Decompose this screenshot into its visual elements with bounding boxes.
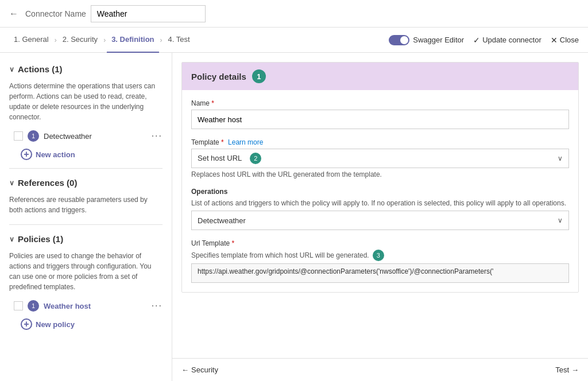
separator-1: › — [55, 36, 57, 44]
tabs-bar: 1. General › 2. Security › 3. Definition… — [0, 28, 588, 53]
url-template-hint: Specifies template from which host URL w… — [191, 250, 569, 261]
content-area: Policy details 1 Name * — [172, 53, 588, 358]
url-template-label: Url Template * — [191, 239, 569, 247]
operations-field-group: Operations List of actions and triggers … — [191, 188, 569, 230]
operations-select[interactable]: Detectweather ∨ — [191, 211, 569, 230]
main-layout: ∨ Actions (1) Actions determine the oper… — [0, 53, 588, 381]
separator-2: › — [103, 36, 106, 44]
name-field-group: Name * — [191, 99, 569, 129]
content-footer: ← Security Test → — [172, 358, 588, 381]
swagger-editor-label: Swagger Editor — [413, 36, 464, 44]
new-action-button[interactable]: + New action — [0, 145, 84, 164]
url-template-input[interactable]: https://api.weather.gov/gridpoints/@conn… — [191, 263, 569, 283]
close-icon: ✕ — [551, 36, 558, 45]
sidebar: ∨ Actions (1) Actions determine the oper… — [0, 53, 172, 381]
policy-checkbox[interactable] — [14, 301, 23, 310]
template-value: Set host URL 2 — [198, 153, 261, 164]
template-step-badge: 2 — [250, 153, 261, 164]
operations-hint: List of actions and triggers to which th… — [191, 198, 569, 208]
tab-definition[interactable]: 3. Definition — [107, 28, 158, 53]
action-more-button[interactable]: ··· — [152, 131, 163, 141]
name-required-indicator: * — [211, 99, 214, 107]
connector-name-input[interactable] — [91, 5, 206, 22]
name-input[interactable] — [191, 110, 569, 129]
connector-label: Connector Name — [25, 9, 86, 18]
section-divider-1 — [9, 168, 163, 169]
template-label: Template * Learn more — [191, 138, 569, 146]
tabs-actions: Swagger Editor ✓ Update connector ✕ Clos… — [389, 35, 579, 45]
back-to-security-button[interactable]: ← Security — [181, 366, 218, 374]
separator-3: › — [160, 36, 163, 44]
template-field-group: Template * Learn more Set host URL 2 — [191, 138, 569, 178]
forward-to-test-button[interactable]: Test → — [555, 366, 579, 374]
tab-test[interactable]: 4. Test — [164, 28, 195, 53]
swagger-editor-toggle[interactable] — [389, 35, 409, 45]
policy-name: Weather host — [44, 302, 147, 310]
operations-chevron-icon: ∨ — [558, 216, 563, 224]
toggle-thumb — [400, 36, 408, 44]
new-policy-button[interactable]: + New policy — [0, 315, 84, 333]
references-title: References (0) — [18, 178, 77, 188]
back-button[interactable]: ← — [7, 6, 21, 21]
step-1-badge: 1 — [252, 69, 266, 83]
close-button[interactable]: ✕ Close — [551, 36, 579, 45]
name-label: Name * — [191, 99, 569, 107]
operations-label: Operations — [191, 188, 569, 196]
actions-chevron-icon: ∨ — [9, 65, 14, 73]
forward-footer-icon: → — [571, 366, 579, 374]
policy-panel-body: Name * Template * Learn more — [182, 90, 578, 292]
back-footer-icon: ← — [181, 366, 189, 374]
policies-title: Policies (1) — [18, 234, 63, 244]
policy-panel: Policy details 1 Name * — [181, 62, 579, 293]
policy-details-title: Policy details — [191, 72, 246, 81]
checkmark-icon: ✓ — [473, 36, 480, 45]
operations-value: Detectweather — [198, 216, 246, 225]
template-select-wrap: Set host URL 2 ∨ — [191, 149, 569, 168]
policies-description: Policies are used to change the behavior… — [0, 248, 172, 297]
url-template-required-indicator: * — [231, 239, 234, 247]
action-name: Detectweather — [44, 132, 147, 141]
references-description: References are reusable parameters used … — [0, 192, 172, 220]
url-template-field-group: Url Template * Specifies template from w… — [191, 239, 569, 283]
plus-circle-icon: + — [21, 149, 32, 160]
swagger-editor-toggle-wrap: Swagger Editor — [389, 35, 464, 45]
policy-panel-header: Policy details 1 — [182, 63, 578, 90]
actions-description: Actions determine the operations that us… — [0, 79, 172, 127]
tab-general[interactable]: 1. General — [9, 28, 53, 53]
policy-badge: 1 — [28, 300, 39, 312]
policy-item-weather-host: 1 Weather host ··· — [0, 297, 172, 315]
url-step-badge: 3 — [373, 250, 384, 261]
operations-select-wrap: Detectweather ∨ — [191, 211, 569, 230]
template-learn-more-link[interactable]: Learn more — [228, 138, 263, 146]
action-item-detectweather: 1 Detectweather ··· — [0, 127, 172, 145]
template-select[interactable]: Set host URL 2 ∨ — [191, 149, 569, 168]
content-wrapper: Policy details 1 Name * — [172, 53, 588, 381]
plus-circle-policy-icon: + — [21, 318, 32, 330]
template-hint: Replaces host URL with the URL generated… — [191, 170, 569, 178]
policy-more-button[interactable]: ··· — [152, 301, 163, 311]
template-required-indicator: * — [221, 138, 224, 146]
action-badge: 1 — [28, 130, 39, 142]
policies-section-header[interactable]: ∨ Policies (1) — [0, 230, 172, 248]
actions-section-header[interactable]: ∨ Actions (1) — [0, 60, 172, 79]
references-section-header[interactable]: ∨ References (0) — [0, 173, 172, 192]
top-bar: ← Connector Name — [0, 0, 588, 28]
action-checkbox[interactable] — [14, 131, 23, 141]
references-chevron-icon: ∨ — [9, 179, 14, 187]
policies-chevron-icon: ∨ — [9, 235, 14, 243]
update-connector-button[interactable]: ✓ Update connector — [473, 36, 541, 45]
tab-security[interactable]: 2. Security — [58, 28, 102, 53]
section-divider-2 — [9, 224, 163, 225]
template-chevron-icon: ∨ — [558, 154, 563, 162]
actions-title: Actions (1) — [18, 64, 63, 74]
